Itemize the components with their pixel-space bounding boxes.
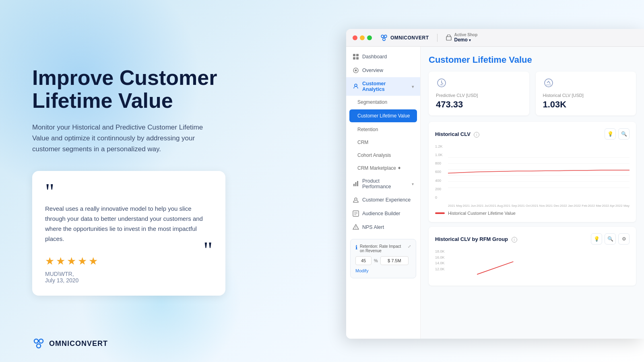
customer-experience-icon	[353, 197, 359, 203]
legend-color-historical-clv	[435, 212, 445, 214]
chart-lightbulb-button[interactable]: 💡	[605, 128, 616, 140]
nps-alert-label: NPS Alert	[362, 224, 384, 230]
sidebar: Dashboard Overview Customer Analytics ▾ …	[346, 47, 421, 339]
widget-info-icon: ℹ	[355, 244, 357, 251]
close-button[interactable]	[353, 35, 357, 40]
product-performance-icon	[353, 181, 359, 187]
widget-revenue-input[interactable]: $ 7.5M	[380, 256, 409, 265]
svg-rect-9	[353, 57, 355, 60]
historical-clv-label: Historical CLV [USD]	[543, 93, 629, 98]
rfm-zoom-button[interactable]: 🔍	[605, 233, 616, 245]
star-5: ★	[89, 255, 98, 267]
chart-container: 1.2K 1.0K 800 600 400 200 0	[435, 144, 630, 208]
hero-subtext: Monitor your Historical and Predictive C…	[32, 122, 217, 155]
titlebar-brand: OMNICONVERT	[380, 34, 429, 42]
star-2: ★	[56, 255, 65, 267]
chart-zoom-button[interactable]: 🔍	[618, 128, 630, 140]
sidebar-item-crm[interactable]: CRM	[346, 136, 420, 149]
sidebar-item-audience-builder[interactable]: Audience Builder	[346, 207, 420, 220]
star-4: ★	[78, 255, 87, 267]
rfm-clv-svg	[448, 249, 630, 278]
historical-clv-rfm-chart: Historical CLV by RFM Group i 💡 🔍 ⚙ 18.0…	[429, 227, 636, 286]
sidebar-item-customer-analytics[interactable]: Customer Analytics ▾	[346, 77, 420, 96]
titlebar-brand-text: OMNICONVERT	[390, 35, 429, 41]
svg-rect-13	[353, 184, 355, 186]
shop-info: Active Shop Demo ▾	[454, 33, 478, 43]
maximize-button[interactable]	[367, 35, 372, 40]
widget-expand-icon[interactable]: ⤢	[408, 244, 411, 249]
predictive-clv-value: 473.33	[436, 99, 522, 110]
sidebar-item-segmentation[interactable]: Segmentation	[346, 96, 420, 109]
dashboard-icon	[353, 53, 359, 60]
title-bar: OMNICONVERT Active Shop Demo ▾	[346, 29, 644, 47]
chart-header: Historical CLV i 💡 🔍	[435, 128, 630, 140]
left-panel: Improve Customer Lifetime Value Monitor …	[32, 0, 242, 362]
bottom-logo-text: OMNICONVERT	[49, 339, 108, 348]
sidebar-item-crm-marketplace[interactable]: CRM Marketplace ✦	[346, 162, 420, 175]
sidebar-item-retention[interactable]: Retention	[346, 123, 420, 136]
star-rating: ★ ★ ★ ★ ★	[45, 255, 213, 267]
titlebar-logo-icon	[380, 34, 388, 42]
x-labels: 2021 May 2021 Jun 2021 Jul 2021 Aug 2021…	[448, 204, 630, 208]
active-shop: Active Shop Demo ▾	[446, 33, 478, 43]
widget-modify-button[interactable]: Modify	[355, 268, 411, 273]
svg-rect-15	[357, 181, 358, 186]
dashboard-label: Dashboard	[362, 54, 387, 60]
sidebar-item-customer-experience[interactable]: Customer Experience	[346, 193, 420, 207]
hero-heading: Improve Customer Lifetime Value	[32, 66, 242, 112]
bottom-logo-icon	[32, 337, 45, 350]
customer-analytics-label: Customer Analytics	[362, 81, 409, 92]
sidebar-item-overview[interactable]: Overview	[346, 64, 420, 77]
reviewer-name: MUD\WTR, July 13, 2020	[45, 271, 213, 284]
shop-icon	[446, 35, 452, 41]
nps-alert-icon	[353, 224, 359, 230]
historical-clv-value: 1.03K	[543, 99, 629, 110]
minimize-button[interactable]	[360, 35, 365, 40]
sidebar-widget: ℹ Retention: Rate Impact on Revenue ⤢ 45…	[350, 239, 416, 278]
svg-point-19	[545, 79, 553, 87]
svg-point-5	[383, 38, 385, 40]
segmentation-label: Segmentation	[357, 99, 387, 105]
overview-icon	[353, 67, 359, 74]
shop-name: Demo ▾	[454, 37, 478, 43]
svg-point-3	[381, 35, 384, 37]
historical-clv-chart: Historical CLV i 💡 🔍 1.2K 1.0K 800 600	[429, 122, 636, 222]
svg-rect-10	[356, 57, 359, 60]
sidebar-item-cohort[interactable]: Cohort Analysis	[346, 149, 420, 162]
page-title: Customer Lifetime Value	[429, 55, 636, 65]
clv-label: Customer Lifetime Value	[357, 113, 410, 119]
rfm-lightbulb-button[interactable]: 💡	[591, 233, 602, 245]
rfm-chart-inner	[448, 249, 630, 279]
sidebar-item-dashboard[interactable]: Dashboard	[346, 50, 420, 64]
rfm-chart-container: 18.0K 16.0K 14.0K 12.0K	[435, 249, 630, 279]
svg-rect-8	[356, 54, 359, 56]
sidebar-item-nps-alert[interactable]: NPS Alert	[346, 220, 420, 234]
app-body: Dashboard Overview Customer Analytics ▾ …	[346, 47, 644, 339]
svg-point-2	[37, 344, 41, 348]
legend-label-historical-clv: Historical Customer Lifetime Value	[448, 211, 516, 216]
crm-marketplace-label: CRM Marketplace ✦	[357, 165, 401, 171]
rfm-chart-info-icon[interactable]: i	[512, 237, 517, 243]
widget-percent-input[interactable]: 45	[355, 256, 372, 265]
quote-open: "	[45, 183, 213, 201]
rfm-chart-header: Historical CLV by RFM Group i 💡 🔍 ⚙	[435, 233, 630, 245]
widget-percent-label: %	[374, 258, 378, 263]
bottom-logo: OMNICONVERT	[32, 337, 108, 350]
rfm-y-labels: 18.0K 16.0K 14.0K 12.0K	[435, 249, 446, 271]
sidebar-item-clv[interactable]: Customer Lifetime Value	[349, 109, 417, 122]
rfm-settings-button[interactable]: ⚙	[618, 233, 630, 245]
retention-label: Retention	[357, 127, 378, 132]
testimonial-card: " Reveal uses a really innovative model …	[32, 171, 225, 296]
rfm-chart-actions: 💡 🔍 ⚙	[591, 233, 630, 245]
app-window: OMNICONVERT Active Shop Demo ▾ Dash	[346, 29, 644, 339]
kpi-row: Predictive CLV [USD] 473.33 Historical C…	[429, 72, 636, 115]
sidebar-item-product-performance[interactable]: Product Performance ▾	[346, 175, 420, 193]
product-performance-chevron: ▾	[412, 182, 414, 186]
customer-analytics-chevron: ▾	[412, 84, 414, 89]
chart-info-icon[interactable]: i	[474, 132, 479, 138]
svg-point-12	[355, 70, 357, 72]
testimonial-text: Reveal uses a really innovative model to…	[45, 204, 213, 244]
crm-label: CRM	[357, 140, 368, 145]
kpi-historical-clv: Historical CLV [USD] 1.03K	[536, 72, 636, 115]
titlebar-divider	[437, 34, 438, 42]
